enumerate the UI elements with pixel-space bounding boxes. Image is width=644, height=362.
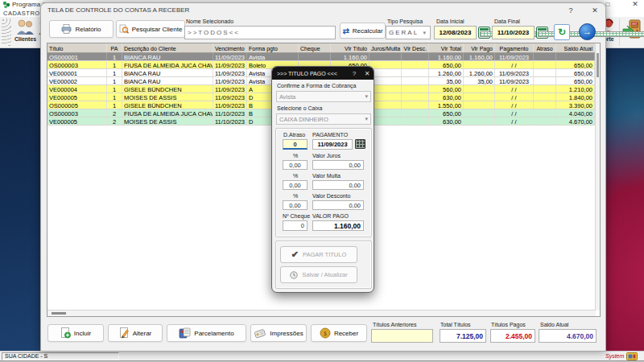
table-cell <box>464 93 495 101</box>
table-cell <box>402 117 429 125</box>
caixa-select[interactable]: CAIXA DINHEIRO ▾ <box>276 113 371 125</box>
calendar-icon[interactable] <box>536 27 548 39</box>
pagamento-input[interactable]: 11/09/2023 <box>312 139 353 150</box>
table-cell: BIANCA RAU <box>122 77 213 84</box>
refresh-button[interactable]: ↻ <box>554 24 570 40</box>
data-final-field[interactable]: 11/10/2023 <box>492 26 535 39</box>
valor-multa-input[interactable]: 0,00 <box>312 180 364 190</box>
table-cell <box>369 85 402 93</box>
column-header[interactable]: Saldo Atual <box>556 43 595 52</box>
tipo-pesquisa-label: Tipo Pesquisa <box>387 19 423 24</box>
nome-selecionado-field[interactable]: >>TODOS<< <box>184 26 336 39</box>
go-button[interactable]: → <box>579 23 596 40</box>
saldo-atual-field: 4.670,00 <box>539 329 597 343</box>
desconto-pct-input[interactable]: 0,00 <box>283 200 308 210</box>
table-cell <box>402 69 429 76</box>
receber-label: Receber <box>334 330 358 337</box>
table-cell <box>369 69 402 76</box>
dialog-title: >>> TITULO PAGO <<< <box>272 71 348 76</box>
menu-cadastros[interactable]: CADASTROS <box>3 10 44 17</box>
table-cell <box>369 61 402 68</box>
window-titlebar[interactable]: TELA DE CONTROLE DO CONTAS A RECEBER ? ✕ <box>41 3 605 18</box>
column-header[interactable]: Vlr Desc. <box>402 43 429 52</box>
parcelamento-button[interactable]: Parcelamento <box>167 324 246 342</box>
column-header[interactable]: Vencimento <box>213 43 247 52</box>
table-cell: 630,00 <box>429 93 464 101</box>
table-cell: / / <box>495 101 534 109</box>
dialog-titlebar[interactable]: >>> TITULO PAGO <<< ? ✕ <box>272 67 374 80</box>
people-icon <box>14 19 35 36</box>
table-cell <box>369 53 402 60</box>
scroll-thumb[interactable] <box>52 312 66 315</box>
column-header[interactable]: Cheque <box>299 43 331 52</box>
help-icon[interactable]: ? <box>348 70 361 77</box>
incluir-button[interactable]: Incluir <box>47 324 104 342</box>
data-final-label: Data Final <box>494 19 520 24</box>
selecione-caixa-label: Selecione o Caixa <box>277 105 322 111</box>
impressoes-button[interactable]: Impressões <box>250 324 307 342</box>
calendar-icon[interactable] <box>478 27 490 39</box>
table-cell: BIANCA RAU <box>122 53 213 60</box>
close-icon[interactable]: ✕ <box>630 0 641 9</box>
table-cell <box>534 93 556 101</box>
table-cell: 11/09/2023 <box>213 85 247 93</box>
recalcular-button[interactable]: ⇄ Recalcular <box>340 23 386 39</box>
data-inicial-field[interactable]: 12/08/2023 <box>434 26 477 39</box>
table-cell: 2 <box>107 117 122 125</box>
table-cell: 11/09/2023 <box>213 69 247 76</box>
table-cell: 11/09/2023 <box>213 93 247 101</box>
valor-juros-input[interactable]: 0,00 <box>312 160 364 170</box>
table-cell: / / <box>495 117 534 125</box>
table-cell: VE000002 <box>47 77 107 84</box>
table-cell <box>402 77 429 84</box>
valor-pago-input[interactable]: 1.160,00 <box>312 220 364 231</box>
column-header[interactable]: Vlr Pago <box>464 43 495 52</box>
table-cell: 630,00 <box>429 117 464 125</box>
system-tray-icon[interactable] <box>626 352 638 360</box>
forma-cobranca-label: Confirme a Forma de Cobrança <box>277 83 356 88</box>
num-cheque-input[interactable]: 0 <box>283 220 308 231</box>
installments-book-icon <box>179 327 191 339</box>
table-cell <box>402 61 429 68</box>
table-cell <box>369 77 402 84</box>
alterar-button[interactable]: Alterar <box>108 324 163 342</box>
calendar-icon[interactable] <box>355 139 365 149</box>
column-header[interactable]: Juros/Multa <box>369 43 402 52</box>
table-cell <box>369 109 402 117</box>
edit-pencil-icon <box>119 327 130 339</box>
valor-multa-label: Valor Multa <box>312 173 341 179</box>
total-titulos-label: Total Títulos <box>440 322 471 327</box>
horizontal-scrollbar[interactable] <box>47 310 596 316</box>
column-header[interactable]: PA <box>107 43 122 52</box>
table-cell <box>534 77 556 84</box>
column-header[interactable]: Vlr Total <box>429 43 464 52</box>
table-cell: 1 <box>107 93 122 101</box>
table-cell: 11/09/2023 <box>213 53 247 60</box>
toolbar-button-clientes[interactable]: Clientes <box>14 19 35 42</box>
d-atraso-input[interactable]: 0 <box>283 139 308 150</box>
receber-button[interactable]: $ Receber <box>311 324 367 342</box>
valor-desconto-input[interactable]: 0,00 <box>312 200 364 210</box>
salvar-atualizar-button[interactable]: Salvar / Atualizar <box>280 266 357 283</box>
table-row[interactable]: OS0000011BIANCA RAU11/09/2023Avista1.160… <box>47 53 596 61</box>
column-header[interactable]: Título <box>47 43 107 52</box>
scroll-thumb[interactable] <box>597 53 599 77</box>
recalcular-label: Recalcular <box>353 27 383 35</box>
help-icon[interactable]: ? <box>564 5 577 16</box>
column-header[interactable]: Pagamento <box>495 43 534 52</box>
juros-pct-input[interactable]: 0,00 <box>283 160 308 170</box>
column-header[interactable]: Forma pgto <box>247 43 299 52</box>
close-icon[interactable]: ✕ <box>361 70 374 77</box>
vertical-scrollbar[interactable] <box>595 43 600 311</box>
relatorio-button[interactable]: Relatório <box>49 20 114 38</box>
recalc-arrows-icon: ⇄ <box>342 27 349 35</box>
forma-cobranca-select[interactable]: Avista ▾ <box>276 91 371 102</box>
column-header[interactable]: Atraso <box>534 43 556 52</box>
column-header[interactable]: Vlr Título <box>331 43 369 52</box>
pesquisar-cliente-button[interactable]: Pesquisar Cliente <box>116 20 185 38</box>
multa-pct-input[interactable]: 0,00 <box>283 180 308 190</box>
close-icon[interactable]: ✕ <box>588 5 601 16</box>
column-header[interactable]: Descrição do Cliente <box>122 43 213 52</box>
pagar-titulo-button[interactable]: ✔ PAGAR TITULO <box>280 246 357 263</box>
tipo-pesquisa-select[interactable]: GERAL ▾ <box>386 26 431 39</box>
